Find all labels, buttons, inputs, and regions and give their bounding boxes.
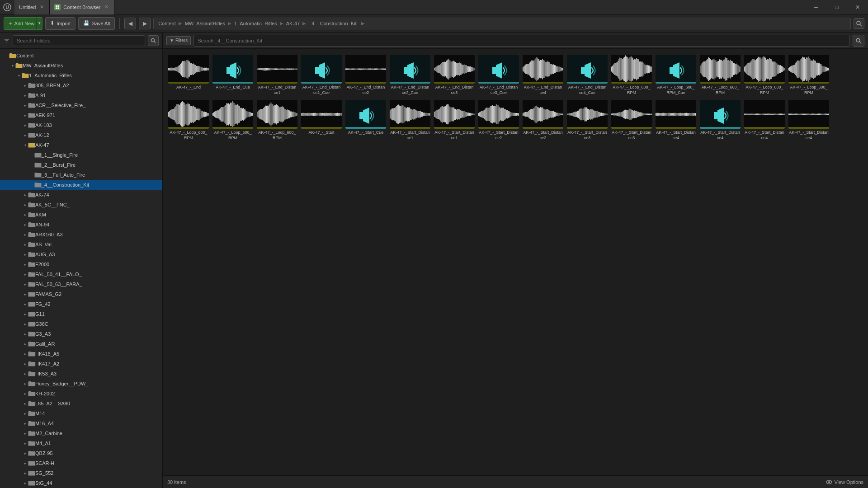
asset-item[interactable]: AK-47_-_Loop_600_RPM	[788, 53, 830, 97]
asset-item[interactable]: AK-47_-_Start_Distance1	[433, 99, 476, 142]
sidebar-item-mw-assaultrifles[interactable]: ▾MW_AssaultRifles	[0, 61, 162, 70]
asset-item[interactable]: AK-47_-_Start_Distance4	[788, 99, 830, 142]
sidebar-item-805-bren-a2[interactable]: ▸805_BREN_A2	[0, 80, 162, 90]
sidebar-item-sg-552[interactable]: ▸SG_552	[0, 468, 162, 478]
asset-item[interactable]: AK-47_-_End_Distance3	[433, 53, 476, 97]
sidebar-item-g11[interactable]: ▸G11	[0, 309, 162, 319]
sidebar-item-f2000[interactable]: ▸F2000	[0, 259, 162, 269]
sidebar-item-content[interactable]: Content	[0, 51, 162, 61]
asset-item[interactable]: AK-47_-_End_Distance2	[344, 53, 387, 97]
asset-item[interactable]: AK-47_-_Loop_600_RPM	[610, 53, 653, 97]
minimize-button[interactable]: ─	[806, 0, 826, 14]
sidebar-item-scar-h[interactable]: ▸SCAR-H	[0, 458, 162, 468]
sidebar-search-input[interactable]	[13, 35, 145, 46]
asset-item[interactable]: AK-47_-_Start_Distance4	[743, 99, 786, 142]
sidebar-item--1--single-fire[interactable]: _1__Single_Fire	[0, 150, 162, 160]
asset-item[interactable]: AK-47_-_Loop_600_RPM_Cue	[655, 53, 697, 97]
maximize-button[interactable]: □	[826, 0, 847, 14]
sidebar-item-ak-5c--fnc-[interactable]: ▸AK_5C__FNC_	[0, 200, 162, 210]
asset-item[interactable]: AK-47_-_Start_Distance4	[655, 99, 697, 142]
breadcrumb-mw[interactable]: MW_AssaultRifles	[184, 21, 226, 26]
nav-back-button[interactable]: ◀	[124, 18, 136, 29]
sidebar-item-hk417-a2[interactable]: ▸HK417_A2	[0, 359, 162, 369]
sidebar-item-fal-50-63--para-[interactable]: ▸FAL_50_63__PARA_	[0, 279, 162, 289]
asset-item[interactable]: AK-47_-_Loop_600_RPM	[743, 53, 786, 97]
content-browser-tab-close[interactable]: ✕	[103, 4, 109, 10]
sidebar-item-famas-g2[interactable]: ▸FAMAS_G2	[0, 289, 162, 299]
content-filter-button[interactable]: ▼ Filters	[166, 36, 191, 45]
sidebar-item-akm[interactable]: ▸AKM	[0, 210, 162, 220]
import-button[interactable]: ⬇ Import	[45, 17, 75, 30]
sidebar-item-hk53-a3[interactable]: ▸HK53_A3	[0, 369, 162, 379]
breadcrumb-content[interactable]: Content	[157, 21, 177, 26]
nav-forward-button[interactable]: ▶	[139, 18, 151, 29]
asset-item[interactable]: AK-47_-_Loop_600_RPM	[212, 99, 254, 142]
svg-rect-371	[783, 67, 784, 71]
asset-item[interactable]: AK-47_-_Loop_600_RPM	[699, 53, 741, 97]
sidebar-item-fal-50-41--falo-[interactable]: ▸FAL_50_41__FALO_	[0, 269, 162, 279]
sidebar-item-honey-badger--pdw-[interactable]: ▸Honey_Badger__PDW_	[0, 379, 162, 389]
sidebar-item-m14[interactable]: ▸M14	[0, 408, 162, 418]
content-search-input[interactable]	[193, 35, 850, 47]
sidebar-item-ak-74[interactable]: ▸AK-74	[0, 190, 162, 200]
asset-item[interactable]: AK-47_-_End_Distance4	[522, 53, 564, 97]
sidebar-item-stg-44[interactable]: ▸StG_44	[0, 478, 162, 488]
sidebar-search-button[interactable]	[148, 35, 159, 46]
sidebar-item--3--full-auto-fire[interactable]: _3__Full_Auto_Fire	[0, 170, 162, 180]
sidebar-item-qbz-95[interactable]: ▸QBZ-95	[0, 448, 162, 458]
asset-item[interactable]: AK-47_-_End_Distance3_Cue	[477, 53, 520, 97]
save-all-button[interactable]: 💾 Save All	[78, 17, 115, 30]
close-button[interactable]: ✕	[847, 0, 868, 14]
sidebar-item-m2-carbine[interactable]: ▸M2_Carbine	[0, 428, 162, 438]
asset-item[interactable]: AK-47_-_Start_Cue	[344, 99, 387, 142]
untitled-tab[interactable]: Untitled ✕	[14, 0, 50, 14]
asset-item[interactable]: AK-47_-_End	[167, 53, 210, 97]
add-new-button[interactable]: + Add New	[4, 17, 39, 30]
sidebar-item-galil-ar[interactable]: ▸Galil_AR	[0, 339, 162, 349]
asset-item[interactable]: AK-47_-_End_Distance1_Cue	[300, 53, 343, 97]
content-search-button[interactable]	[853, 35, 864, 47]
asset-item[interactable]: AK-47_-_Start	[300, 99, 343, 142]
asset-item[interactable]: AK-47_-_Loop_600_RPM	[167, 99, 210, 142]
sidebar-item-ak-47[interactable]: ▾AK-47	[0, 140, 162, 150]
sidebar-item-arx160-a3[interactable]: ▸ARX160_A3	[0, 230, 162, 239]
sidebar-item-ak-12[interactable]: ▸AK-12	[0, 130, 162, 140]
asset-item[interactable]: AK-47_-_Start_Distance3	[566, 99, 609, 142]
sidebar-item-an-94[interactable]: ▸AN-94	[0, 220, 162, 230]
asset-item[interactable]: AK-47_-_Start_Distance3	[610, 99, 653, 142]
asset-item[interactable]: AK-47_-_Start_Distance2	[522, 99, 564, 142]
sidebar-item-m16-a4[interactable]: ▸M16_A4	[0, 418, 162, 428]
asset-item[interactable]: AK-47_-_Start_Distance1	[389, 99, 431, 142]
asset-item[interactable]: AK-47_-_End_Distance1	[256, 53, 298, 97]
asset-item[interactable]: AK-47_-_End_Distance4_Cue	[566, 53, 609, 97]
asset-item[interactable]: AK-47_-_Start_Distance4	[699, 99, 741, 142]
asset-item[interactable]: AK-47_-_End_Cue	[212, 53, 254, 97]
add-new-dropdown[interactable]: ▼	[36, 17, 42, 30]
breadcrumb-kit[interactable]: _4__Construction_Kit	[308, 21, 357, 26]
asset-item[interactable]: AK-47_-_Start_Distance2	[477, 99, 520, 142]
sidebar-item-ak-103[interactable]: ▸AK-103	[0, 120, 162, 130]
svg-rect-955	[796, 114, 797, 115]
view-options-button[interactable]: View Options	[826, 479, 863, 485]
sidebar-item--4--construction-kit[interactable]: _4__Construction_Kit	[0, 180, 162, 190]
sidebar-item-m4-a1[interactable]: ▸M4_A1	[0, 438, 162, 448]
sidebar-item-g3-a3[interactable]: ▸G3_A3	[0, 329, 162, 339]
sidebar-item-as-val[interactable]: ▸AS_Val	[0, 239, 162, 249]
sidebar-item-kh-2002[interactable]: ▸KH-2002	[0, 389, 162, 399]
untitled-tab-close[interactable]: ✕	[38, 4, 45, 10]
asset-item[interactable]: AK-47_-_Loop_600_RPM	[256, 99, 298, 142]
sidebar-item-g36c[interactable]: ▸G36C	[0, 319, 162, 329]
sidebar-item-acr--selective-fire-[interactable]: ▸ACR__Selective_Fire_	[0, 100, 162, 110]
sidebar-item-hk416-a5[interactable]: ▸HK416_A5	[0, 349, 162, 359]
content-browser-tab[interactable]: Content Browser ✕	[50, 0, 114, 14]
sidebar-item-a-91[interactable]: ▸A-91	[0, 90, 162, 100]
sidebar-item-1-automatic-rifles[interactable]: ▾1_Automatic_Rifles	[0, 70, 162, 80]
breadcrumb-ak47[interactable]: AK-47	[285, 21, 301, 26]
asset-item[interactable]: AK-47_-_End_Distance2_Cue	[389, 53, 431, 97]
breadcrumb-1ar[interactable]: 1_Automatic_Rifles	[233, 21, 278, 26]
sidebar-item-aug-a3[interactable]: ▸AUG_A3	[0, 249, 162, 259]
sidebar-item-aek-971[interactable]: ▸AEK-971	[0, 110, 162, 120]
sidebar-item-fg-42[interactable]: ▸FG_42	[0, 299, 162, 309]
sidebar-item-l85-a2--sa80-[interactable]: ▸L85_A2__SA80_	[0, 399, 162, 408]
sidebar-item--2--burst-fire[interactable]: _2__Burst_Fire	[0, 160, 162, 170]
